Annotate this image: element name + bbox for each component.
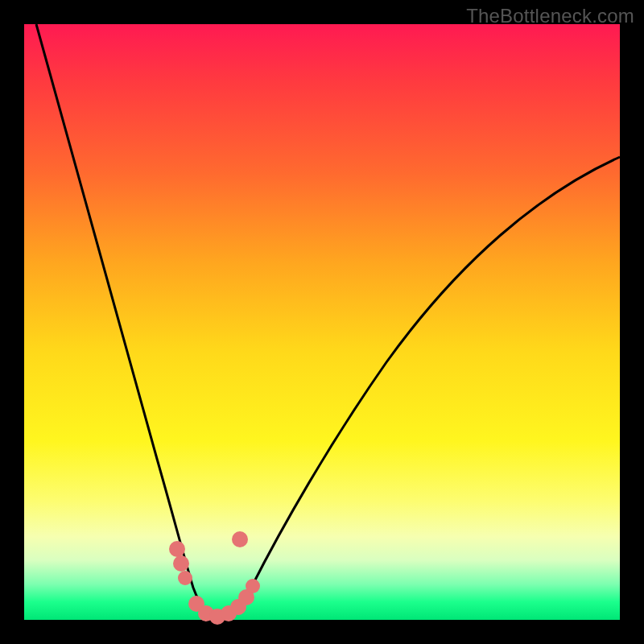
watermark-text: TheBottleneck.com bbox=[466, 5, 634, 27]
curve-svg bbox=[24, 24, 620, 620]
bottleneck-curve bbox=[36, 24, 620, 618]
svg-point-0 bbox=[169, 541, 185, 557]
plot-area bbox=[24, 24, 620, 620]
chart-frame: TheBottleneck.com bbox=[0, 0, 644, 644]
svg-point-9 bbox=[246, 579, 260, 593]
svg-point-1 bbox=[173, 555, 189, 572]
svg-point-2 bbox=[178, 571, 192, 585]
svg-point-10 bbox=[232, 531, 248, 547]
highlight-dots bbox=[169, 531, 260, 625]
